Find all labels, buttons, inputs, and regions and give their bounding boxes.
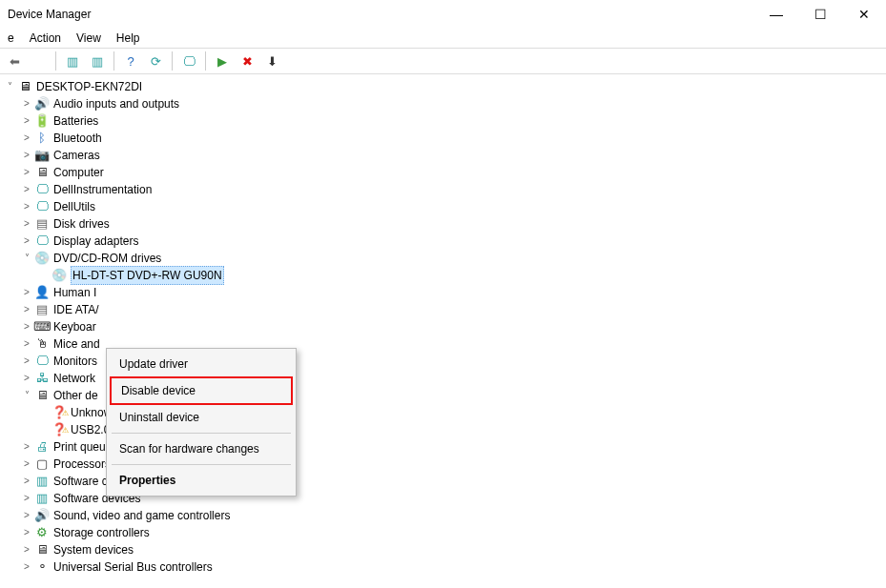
tree-category[interactable]: >🔋Batteries xyxy=(4,112,886,130)
chevron-right-icon[interactable]: > xyxy=(21,338,32,350)
chevron-right-icon[interactable]: > xyxy=(21,304,32,315)
tree-category[interactable]: >▤Disk drives xyxy=(4,215,886,233)
computer-icon: 🖥 xyxy=(17,79,32,94)
chevron-right-icon[interactable]: > xyxy=(21,115,32,127)
chevron-right-icon[interactable]: > xyxy=(21,493,32,504)
ctx-sep xyxy=(112,433,291,434)
warning-icon: ❓ xyxy=(52,405,67,420)
tree-category[interactable]: >📷Cameras xyxy=(4,147,886,164)
ctx-uninstall-device[interactable]: Uninstall device xyxy=(110,405,293,430)
toolbar-forward-icon[interactable] xyxy=(29,51,50,71)
device-tree: ˅ 🖥 DESKTOP-EKN72DI >🔊Audio inputs and o… xyxy=(0,74,886,579)
tree-category[interactable]: >▤IDE ATA/ xyxy=(4,301,886,318)
chevron-right-icon[interactable]: > xyxy=(21,510,32,521)
tree-category[interactable]: >🖥Computer xyxy=(4,164,886,181)
tree-item-label: System devices xyxy=(53,541,134,558)
tree-category[interactable]: >🔊Audio inputs and outputs xyxy=(4,95,886,112)
category-icon: 🔊 xyxy=(34,508,50,523)
tree-device-dvd-drive[interactable]: 💿 HL-DT-ST DVD+-RW GU90N xyxy=(4,267,886,284)
tree-category[interactable]: >ᛒBluetooth xyxy=(4,130,886,147)
ctx-sep xyxy=(112,464,291,465)
tree-category[interactable]: >🖵Display adapters xyxy=(4,233,886,250)
toolbar-help-icon[interactable]: ? xyxy=(120,51,141,71)
chevron-right-icon[interactable]: > xyxy=(21,184,32,195)
chevron-right-icon[interactable]: > xyxy=(21,373,32,384)
toolbar-scan-icon[interactable]: 🖵 xyxy=(178,51,199,71)
menu-view[interactable]: View xyxy=(76,31,101,45)
maximize-button[interactable]: ☐ xyxy=(798,0,842,29)
ctx-properties[interactable]: Properties xyxy=(110,468,293,493)
ctx-disable-device[interactable]: Disable device xyxy=(110,376,293,405)
toolbar-disable-icon[interactable]: ✖ xyxy=(237,51,258,71)
tree-category[interactable]: >⚙Storage controllers xyxy=(4,524,886,541)
category-icon: ⚬ xyxy=(34,559,50,575)
tree-category[interactable]: >🖵DellUtils xyxy=(4,198,886,215)
menu-help[interactable]: Help xyxy=(116,31,140,45)
chevron-down-icon[interactable]: ˅ xyxy=(21,253,32,264)
category-icon: ▥ xyxy=(34,491,50,506)
title-bar: Device Manager — ☐ ✕ xyxy=(0,0,886,29)
tree-category[interactable]: >🔊Sound, video and game controllers xyxy=(4,507,886,524)
tree-category[interactable]: >⌨Keyboar xyxy=(4,318,886,335)
tree-item-label: Mice and xyxy=(53,335,100,353)
minimize-button[interactable]: — xyxy=(754,0,798,29)
tree-item-label: Computer xyxy=(53,164,104,181)
tree-item-label: Human I xyxy=(53,284,96,301)
close-button[interactable]: ✕ xyxy=(842,0,886,29)
tree-item-label: DellUtils xyxy=(53,198,95,215)
chevron-down-icon[interactable]: ˅ xyxy=(21,390,32,401)
tree-category-label: DVD/CD-ROM drives xyxy=(53,250,161,267)
ctx-update-driver[interactable]: Update driver xyxy=(110,352,293,376)
tree-category[interactable]: >🖵DellInstrumentation xyxy=(4,181,886,198)
tree-item-label: Network xyxy=(53,370,95,387)
toolbar-update-icon[interactable]: ⬇ xyxy=(261,51,282,71)
chevron-right-icon[interactable]: > xyxy=(21,235,32,247)
menu-file[interactable]: e xyxy=(8,31,14,45)
category-icon: ▢ xyxy=(34,456,50,472)
category-icon: 🖵 xyxy=(34,199,50,214)
category-icon: 🖥 xyxy=(34,165,50,180)
toolbar-props-icon[interactable]: ▥ xyxy=(62,51,83,71)
chevron-right-icon[interactable]: > xyxy=(21,167,32,178)
category-icon: ⚙ xyxy=(34,525,50,540)
toolbar-sep xyxy=(55,51,56,71)
chevron-right-icon[interactable]: > xyxy=(21,527,32,538)
category-icon: 🖨 xyxy=(34,439,50,455)
chevron-right-icon[interactable]: > xyxy=(21,201,32,213)
toolbar-enable-icon[interactable]: ▶ xyxy=(212,51,233,71)
chevron-right-icon[interactable]: > xyxy=(21,218,32,230)
chevron-right-icon[interactable]: > xyxy=(21,458,32,470)
category-icon: 🖱 xyxy=(34,336,50,352)
category-icon: ⌨ xyxy=(34,319,50,335)
tree-item-label: Cameras xyxy=(53,147,100,164)
chevron-right-icon[interactable]: > xyxy=(21,321,32,333)
chevron-right-icon[interactable]: > xyxy=(21,98,32,110)
disc-icon: 💿 xyxy=(34,251,50,266)
warning-icon: ❓ xyxy=(52,422,67,437)
chevron-right-icon[interactable]: > xyxy=(21,544,32,556)
menu-action[interactable]: Action xyxy=(30,31,61,45)
chevron-right-icon[interactable]: > xyxy=(21,287,32,298)
chevron-right-icon[interactable]: > xyxy=(21,476,32,487)
tree-category[interactable]: >👤Human I xyxy=(4,284,886,301)
tree-category[interactable]: >⚬Universal Serial Bus controllers xyxy=(4,558,886,576)
chevron-right-icon[interactable]: > xyxy=(21,561,32,573)
chevron-right-icon[interactable]: > xyxy=(21,355,32,367)
tree-category-label: Other de xyxy=(53,387,98,404)
tree-category[interactable]: >🖥System devices xyxy=(4,541,886,558)
tree-item-label: Disk drives xyxy=(53,215,110,233)
tree-category-dvd[interactable]: ˅ 💿 DVD/CD-ROM drives xyxy=(4,250,886,267)
tree-root-label: DESKTOP-EKN72DI xyxy=(36,78,142,95)
chevron-down-icon[interactable]: ˅ xyxy=(4,81,15,92)
chevron-right-icon[interactable]: > xyxy=(21,150,32,161)
tree-item-label: Storage controllers xyxy=(53,524,150,541)
device-icon: 🖥 xyxy=(34,388,50,403)
ctx-scan-hardware[interactable]: Scan for hardware changes xyxy=(110,436,293,461)
toolbar-props2-icon[interactable]: ▥ xyxy=(87,51,108,71)
toolbar-refresh-icon[interactable]: ⟳ xyxy=(145,51,166,71)
toolbar-back-icon[interactable]: ⬅ xyxy=(4,51,25,71)
context-menu: Update driver Disable device Uninstall d… xyxy=(106,348,297,497)
chevron-right-icon[interactable]: > xyxy=(21,132,32,144)
chevron-right-icon[interactable]: > xyxy=(21,441,32,453)
tree-root[interactable]: ˅ 🖥 DESKTOP-EKN72DI xyxy=(4,78,886,95)
